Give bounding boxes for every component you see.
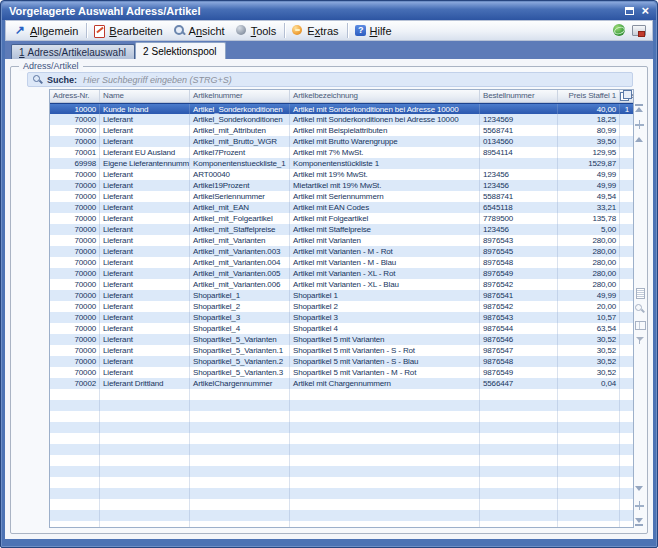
tab-selektionspool[interactable]: 2 Selektionspool	[135, 42, 226, 59]
table-row[interactable]: 70000LieferantShopartikel_5_Varianten.3S…	[50, 367, 633, 378]
table-row[interactable]: 70000LieferantArtikel_mit_Brutto_WGRArti…	[50, 136, 633, 147]
scroll-to-top-icon[interactable]	[635, 104, 644, 113]
table-row[interactable]: 70000LieferantArtikel_mit_VariantenArtik…	[50, 235, 633, 246]
column-chooser-icon[interactable]	[620, 90, 632, 101]
table-row[interactable]: 70000LieferantArtikelSeriennummerArtikel…	[50, 191, 633, 202]
magnifier-icon[interactable]	[635, 304, 644, 313]
table-row[interactable]: 70000LieferantArtikel_mit_EANArtikel mit…	[50, 202, 633, 213]
cell: ArtikelSeriennummer	[190, 191, 290, 202]
news-icon[interactable]	[632, 24, 645, 37]
arrow-ne-icon	[14, 24, 27, 37]
table-row[interactable]: 69998Eigene Lieferantennummer-FirmaKompo…	[50, 158, 633, 169]
cell	[480, 466, 558, 477]
table-row[interactable]: 70000LieferantArtikel_mit_AttributenArti…	[50, 125, 633, 136]
table-row[interactable]: 70000LieferantArtikel_mit_Varianten.005A…	[50, 268, 633, 279]
cell: Artikel mit 19% MwSt.	[290, 169, 480, 180]
scroll-down-icon[interactable]	[635, 485, 644, 494]
table-row[interactable]: 10000Kunde InlandArtikel_Sonderkondition…	[50, 103, 633, 114]
crosshair-icon[interactable]	[635, 120, 644, 129]
cell: 0,04	[558, 378, 620, 389]
table-row[interactable]: 70000LieferantArtikel_mit_FolgeartikelAr…	[50, 213, 633, 224]
cell: 280,00	[558, 268, 620, 279]
table-row[interactable]: 70000LieferantArtikel_mit_Varianten.006A…	[50, 279, 633, 290]
table-row[interactable]: 70000LieferantArtikel_mit_Varianten.004A…	[50, 257, 633, 268]
table-row[interactable]: 70000LieferantShopartikel_3Shopartikel 3…	[50, 312, 633, 323]
cell: 9876546	[480, 334, 558, 345]
cell: 49,99	[558, 180, 620, 191]
cell	[480, 422, 558, 433]
table-row[interactable]: 70000LieferantShopartikel_4Shopartikel 4…	[50, 323, 633, 334]
table-row[interactable]: 70000LieferantArtikel19ProzentMietartike…	[50, 180, 633, 191]
table-row[interactable]: 70000LieferantShopartikel_2Shopartikel 2…	[50, 301, 633, 312]
crosshair-icon[interactable]	[635, 501, 644, 510]
table-row[interactable]: 70000LieferantShopartikel_5_VariantenSho…	[50, 334, 633, 345]
column-header-artikelnummer[interactable]: Artikelnummer	[190, 90, 290, 102]
search-input[interactable]	[81, 74, 627, 86]
tab-adress-artikelauswahl[interactable]: 1 Adress/Artikelauswahl	[11, 44, 135, 59]
column-header-adress-nr-[interactable]: Adress-Nr.	[50, 90, 100, 102]
close-icon[interactable]: ×	[641, 6, 649, 16]
menu-item-allgemein[interactable]: Allgemein	[10, 23, 84, 38]
menu-item-label: Hilfe	[370, 25, 392, 37]
cell	[100, 510, 190, 521]
notes-icon[interactable]	[635, 288, 644, 297]
column-header-artikelbezeichnung[interactable]: Artikelbezeichnung	[290, 90, 480, 102]
table-row[interactable]: 70000LieferantArtikel_mit_Varianten.003A…	[50, 246, 633, 257]
filter-icon[interactable]	[635, 336, 644, 345]
cell: 70000	[50, 334, 100, 345]
table-row[interactable]: 70001Lieferant EU AuslandArtikel7Prozent…	[50, 147, 633, 158]
layout-icon[interactable]	[635, 320, 644, 329]
cell	[558, 499, 620, 510]
table-empty-row	[50, 400, 633, 411]
cell: 70000	[50, 268, 100, 279]
scroll-up-icon[interactable]	[635, 136, 644, 145]
cell: Komponentenstueckliste_1	[190, 158, 290, 169]
cell: Lieferant	[100, 136, 190, 147]
table-row[interactable]: 70000LieferantArtikel_SonderkonditionenA…	[50, 114, 633, 125]
cell: Shopartikel_4	[190, 323, 290, 334]
table-row[interactable]: 70000LieferantART00040Artikel mit 19% Mw…	[50, 169, 633, 180]
menu-item-hilfe[interactable]: Hilfe	[350, 23, 398, 38]
table-row[interactable]: 70002Lieferant DrittlandArtikelChargennu…	[50, 378, 633, 389]
rail-top-icons	[633, 104, 645, 145]
menu-item-bearbeiten[interactable]: Bearbeiten	[89, 23, 168, 38]
cell	[100, 466, 190, 477]
column-header-bestellnummer[interactable]: Bestellnummer	[480, 90, 558, 102]
cell: 280,00	[558, 235, 620, 246]
globe-icon[interactable]	[613, 24, 626, 37]
menu-item-label: Extras	[307, 25, 338, 37]
table-row[interactable]: 70000LieferantShopartikel_5_Varianten.2S…	[50, 356, 633, 367]
search-bar[interactable]: Suche:	[27, 72, 633, 87]
cell	[190, 444, 290, 455]
title-bar[interactable]: Vorgelagerte Auswahl Adress/Artikel ×	[2, 2, 656, 20]
cell: 20,00	[558, 301, 620, 312]
cell	[620, 191, 634, 202]
adress-artikel-groupbox: Adress/Artikel Suche: Adress-Nr.NameArti…	[10, 66, 648, 534]
scroll-to-bottom-icon[interactable]	[635, 517, 644, 526]
cell	[190, 510, 290, 521]
cell	[480, 104, 558, 114]
table-row[interactable]: 70000LieferantShopartikel_1Shopartikel 1…	[50, 290, 633, 301]
cell	[290, 411, 480, 422]
tools-icon	[235, 24, 248, 37]
menu-separator	[284, 23, 285, 38]
column-header-name[interactable]: Name	[100, 90, 190, 102]
cell: Shopartikel 3	[290, 312, 480, 323]
cell: Shopartikel_5_Varianten.3	[190, 367, 290, 378]
cell: 5588741	[480, 191, 558, 202]
restore-icon[interactable]	[625, 7, 634, 15]
table-empty-row	[50, 444, 633, 455]
menu-separator	[347, 23, 348, 38]
cell	[620, 268, 634, 279]
cell: 70000	[50, 191, 100, 202]
column-header-preis-staffel-1[interactable]: Preis Staffel 1	[558, 90, 620, 102]
table-row[interactable]: 70000LieferantShopartikel_5_Varianten.1S…	[50, 345, 633, 356]
cell	[620, 312, 634, 323]
menu-item-tools[interactable]: Tools	[231, 23, 283, 38]
table-row[interactable]: 70000LieferantArtikel_mit_StaffelpreiseA…	[50, 224, 633, 235]
cell: 63,54	[558, 323, 620, 334]
cell: 9876549	[480, 367, 558, 378]
cell	[620, 378, 634, 389]
menu-item-extras[interactable]: Extras	[287, 23, 344, 38]
menu-item-ansicht[interactable]: Ansicht	[169, 23, 231, 38]
